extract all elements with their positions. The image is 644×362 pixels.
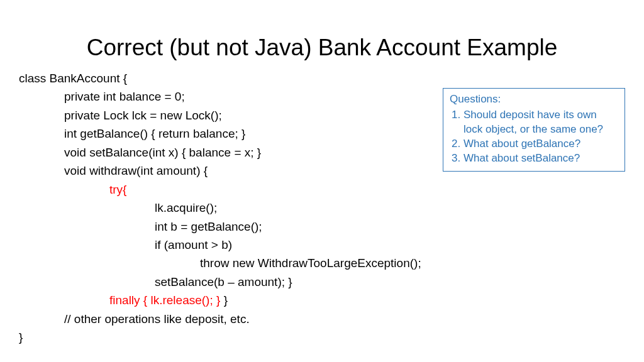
- code-line: int b = getBalance();: [19, 217, 421, 236]
- questions-list: Should deposit have its own lock object,…: [450, 108, 618, 166]
- slide-title: Correct (but not Java) Bank Account Exam…: [0, 0, 644, 61]
- code-line: void setBalance(int x) { balance = x; }: [19, 143, 421, 162]
- code-line-highlight: finally { lk.release(); }: [109, 293, 220, 307]
- code-line: setBalance(b – amount); }: [19, 273, 421, 291]
- code-example: class BankAccount { private int balance …: [19, 69, 421, 347]
- question-item: Should deposit have its own lock object,…: [464, 108, 618, 137]
- code-line: class BankAccount {: [19, 69, 421, 87]
- code-line-tail: }: [220, 293, 228, 307]
- code-line-highlight: try{: [19, 180, 421, 199]
- questions-header: Questions:: [450, 92, 618, 107]
- code-line: }: [19, 328, 421, 346]
- code-line: finally { lk.release(); } }: [19, 291, 421, 309]
- code-line: if (amount > b): [19, 236, 421, 254]
- code-line: int getBalance() { return balance; }: [19, 124, 421, 143]
- code-line: void withdraw(int amount) {: [19, 162, 421, 180]
- questions-callout: Questions: Should deposit have its own l…: [443, 88, 625, 172]
- code-line: throw new WithdrawTooLargeException();: [19, 254, 421, 272]
- code-line: // other operations like deposit, etc.: [19, 310, 421, 328]
- question-item: What about getBalance?: [464, 137, 618, 151]
- code-line: private Lock lck = new Lock();: [19, 106, 421, 124]
- code-line: private int balance = 0;: [19, 87, 421, 106]
- code-line: lk.acquire();: [19, 199, 421, 217]
- question-item: What about setBalance?: [464, 151, 618, 166]
